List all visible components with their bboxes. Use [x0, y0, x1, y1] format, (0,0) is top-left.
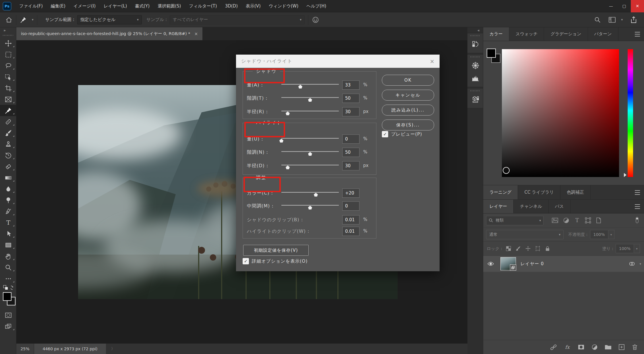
menu-3d[interactable]: 3D(D) [221, 0, 242, 12]
load-button[interactable]: 読み込み(L)... [382, 105, 434, 116]
ok-button[interactable]: OK [382, 75, 434, 86]
tool-clone-stamp[interactable] [0, 138, 16, 150]
link-layers-icon[interactable] [550, 344, 557, 351]
eyedropper-flyout-chevron[interactable]: ▾ [32, 18, 34, 22]
default-swap-colors[interactable] [0, 284, 16, 292]
preview-checkbox-row[interactable]: ✓ プレビュー(P) [382, 131, 422, 137]
panel-menu-icon[interactable] [635, 204, 640, 209]
tool-hand[interactable] [0, 251, 16, 262]
midtone-field[interactable]: 0 [342, 201, 359, 211]
tool-brush[interactable] [0, 127, 16, 138]
menu-filter[interactable]: フィルター(T) [185, 0, 221, 12]
tools-grip[interactable] [3, 35, 13, 36]
lock-position-icon[interactable] [525, 246, 531, 251]
search-icon[interactable] [594, 16, 601, 23]
hue-slider-pointer[interactable] [624, 173, 626, 177]
color-correction-field[interactable]: +20 [342, 188, 359, 198]
tool-object-selection[interactable] [0, 71, 16, 82]
quick-mask-toggle[interactable] [0, 309, 16, 321]
workspace-switcher-icon[interactable]: ▾ [608, 16, 623, 23]
tool-dodge[interactable] [0, 195, 16, 206]
menu-type[interactable]: 書式(Y) [131, 0, 154, 12]
screen-mode-toggle[interactable] [0, 321, 16, 332]
shadow-tonal-slider[interactable] [281, 94, 339, 103]
tool-rectangular-marquee[interactable] [0, 49, 16, 60]
feedback-smiley-icon[interactable] [312, 16, 319, 24]
menu-select[interactable]: 選択範囲(S) [154, 0, 185, 12]
shadow-clip-field[interactable]: 0.01 [342, 215, 359, 224]
new-layer-icon[interactable] [618, 344, 625, 351]
tool-blur[interactable] [0, 183, 16, 195]
preview-checkbox[interactable]: ✓ [382, 131, 388, 137]
history-panel-icon[interactable] [467, 38, 483, 51]
delete-layer-trash-icon[interactable] [631, 344, 638, 351]
tab-channels[interactable]: チャンネル [514, 200, 549, 213]
tab-cc-libraries[interactable]: CC ライブラリ [518, 185, 560, 199]
tab-color[interactable]: カラー [483, 27, 509, 41]
dialog-close-icon[interactable]: × [430, 58, 434, 64]
highlight-amount-slider[interactable] [281, 134, 339, 144]
maximize-button[interactable]: ▢ [618, 0, 631, 12]
tool-lasso[interactable] [0, 60, 16, 71]
tool-eraser[interactable] [0, 161, 16, 172]
layer-advanced-blending-icon[interactable] [628, 261, 636, 267]
status-chevron-icon[interactable]: 〉 [111, 346, 115, 351]
tools-collapse-chevron[interactable]: » [0, 27, 16, 34]
foreground-background-swatches[interactable] [0, 292, 16, 307]
menu-help[interactable]: ヘルプ(H) [302, 0, 330, 12]
cancel-button[interactable]: キャンセル [382, 90, 434, 101]
tool-spot-healing-brush[interactable] [0, 116, 16, 127]
menu-image[interactable]: イメージ(I) [69, 0, 100, 12]
highlight-clip-field[interactable]: 0.01 [342, 227, 359, 236]
add-layer-mask-icon[interactable] [577, 344, 585, 351]
save-defaults-button[interactable]: 初期設定値を保存(V) [243, 245, 309, 256]
menu-window[interactable]: ウィンドウ(W) [265, 0, 302, 12]
shadow-amount-slider[interactable] [281, 80, 339, 90]
histogram-panel-icon[interactable] [467, 72, 483, 84]
tool-more-tools[interactable] [0, 273, 16, 284]
lock-pixels-icon[interactable] [515, 246, 521, 251]
foreground-color-swatch[interactable] [3, 292, 11, 301]
tab-swatches[interactable]: スウォッチ [509, 27, 544, 41]
tab-learning[interactable]: ラーニング [483, 185, 518, 199]
tab-close-icon[interactable]: × [194, 31, 198, 36]
filter-adjustment-layers-icon[interactable] [563, 217, 569, 224]
document-tab[interactable]: iso-republic-queen-anne-s-lace-on-forest… [16, 27, 202, 40]
lock-all-icon[interactable] [545, 246, 550, 251]
eyedropper-tool-icon[interactable]: ▾ [20, 16, 34, 23]
layer-row[interactable]: レイヤー 0 ▾ [483, 256, 644, 272]
new-group-folder-icon[interactable] [604, 344, 612, 351]
tool-gradient[interactable] [0, 172, 16, 183]
filter-type-layers-icon[interactable]: T [574, 217, 580, 224]
tab-paths[interactable]: パス [549, 200, 570, 213]
layer-style-fx-icon[interactable]: fx [564, 344, 571, 351]
filter-pixel-layers-icon[interactable] [552, 217, 558, 224]
menu-view[interactable]: 表示(V) [242, 0, 265, 12]
share-icon[interactable] [630, 16, 637, 24]
layer-visibility-eye-icon[interactable] [487, 261, 494, 267]
tool-pen[interactable] [0, 206, 16, 217]
tool-crop[interactable] [0, 82, 16, 94]
shadow-radius-slider[interactable] [281, 107, 339, 117]
panel-menu-icon[interactable] [635, 32, 640, 36]
new-adjustment-layer-icon[interactable] [591, 344, 598, 351]
dialog-title-bar[interactable]: シャドウ・ハイライト × [236, 55, 440, 68]
home-icon[interactable] [5, 16, 13, 24]
color-correction-slider[interactable] [281, 188, 339, 198]
foreground-color-mini-swatch[interactable] [487, 49, 496, 58]
navigator-panel-icon[interactable] [467, 59, 483, 72]
menu-file[interactable]: ファイル(F) [15, 0, 47, 12]
layer-thumbnail[interactable] [500, 257, 516, 270]
saturation-brightness-field[interactable] [502, 49, 619, 177]
menu-edit[interactable]: 編集(E) [47, 0, 69, 12]
shadow-amount-field[interactable]: 33 [342, 80, 359, 90]
advanced-options-checkbox-row[interactable]: ✓ 詳細オプションを表示(O) [243, 258, 308, 264]
shadow-radius-field[interactable]: 30 [342, 107, 359, 116]
lock-transparency-icon[interactable] [506, 246, 511, 251]
tool-type[interactable]: T [0, 217, 16, 228]
shadow-tonal-field[interactable]: 50 [342, 94, 359, 103]
midtone-slider[interactable] [281, 201, 339, 211]
highlight-amount-field[interactable]: 0 [342, 134, 359, 144]
tab-patterns[interactable]: パターン [588, 27, 618, 41]
properties-panel-icon[interactable] [467, 93, 483, 106]
